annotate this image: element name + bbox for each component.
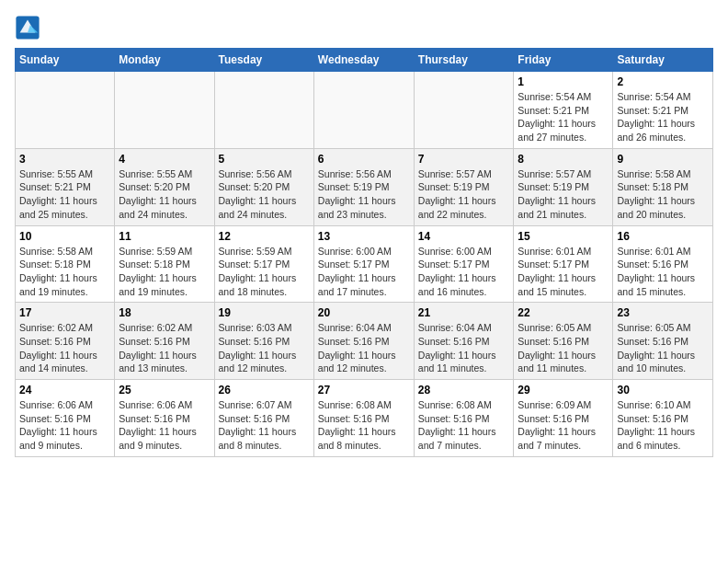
day-header-monday: Monday [115, 49, 214, 72]
day-number: 27 [318, 384, 410, 396]
page-header [15, 15, 713, 40]
calendar-cell: 2Sunrise: 5:54 AM Sunset: 5:21 PM Daylig… [613, 72, 713, 149]
logo [15, 15, 44, 40]
day-info: Sunrise: 5:58 AM Sunset: 5:18 PM Dayligh… [19, 245, 110, 299]
calendar-cell: 15Sunrise: 6:01 AM Sunset: 5:17 PM Dayli… [514, 225, 613, 303]
day-info: Sunrise: 6:08 AM Sunset: 5:16 PM Dayligh… [418, 398, 510, 453]
calendar-week-1: 1Sunrise: 5:54 AM Sunset: 5:21 PM Daylig… [16, 72, 713, 149]
day-info: Sunrise: 5:59 AM Sunset: 5:17 PM Dayligh… [219, 245, 310, 299]
day-number: 19 [219, 306, 310, 319]
day-info: Sunrise: 5:54 AM Sunset: 5:21 PM Dayligh… [518, 90, 609, 144]
day-number: 3 [19, 153, 110, 166]
calendar-cell: 7Sunrise: 5:57 AM Sunset: 5:19 PM Daylig… [414, 148, 514, 225]
day-info: Sunrise: 6:05 AM Sunset: 5:16 PM Dayligh… [617, 321, 709, 375]
calendar-cell: 28Sunrise: 6:08 AM Sunset: 5:16 PM Dayli… [414, 380, 514, 457]
calendar-cell: 24Sunrise: 6:06 AM Sunset: 5:16 PM Dayli… [16, 380, 115, 457]
day-info: Sunrise: 5:57 AM Sunset: 5:19 PM Dayligh… [418, 167, 510, 222]
calendar-cell: 23Sunrise: 6:05 AM Sunset: 5:16 PM Dayli… [613, 303, 713, 380]
day-info: Sunrise: 5:55 AM Sunset: 5:21 PM Dayligh… [19, 167, 110, 222]
day-number: 12 [219, 230, 310, 243]
calendar-cell: 8Sunrise: 5:57 AM Sunset: 5:19 PM Daylig… [514, 148, 613, 225]
calendar-cell: 14Sunrise: 6:00 AM Sunset: 5:17 PM Dayli… [414, 225, 514, 303]
day-number: 26 [219, 384, 310, 396]
calendar-cell: 21Sunrise: 6:04 AM Sunset: 5:16 PM Dayli… [414, 303, 514, 380]
day-info: Sunrise: 5:57 AM Sunset: 5:19 PM Dayligh… [518, 167, 609, 222]
day-number: 14 [418, 230, 510, 243]
calendar-cell: 3Sunrise: 5:55 AM Sunset: 5:21 PM Daylig… [16, 148, 115, 225]
calendar-cell: 6Sunrise: 5:56 AM Sunset: 5:19 PM Daylig… [313, 148, 414, 225]
day-header-thursday: Thursday [414, 49, 514, 72]
calendar-week-3: 10Sunrise: 5:58 AM Sunset: 5:18 PM Dayli… [16, 225, 713, 303]
calendar-cell: 4Sunrise: 5:55 AM Sunset: 5:20 PM Daylig… [115, 148, 214, 225]
day-number: 2 [617, 75, 709, 88]
calendar-week-2: 3Sunrise: 5:55 AM Sunset: 5:21 PM Daylig… [16, 148, 713, 225]
day-number: 25 [119, 384, 210, 396]
day-info: Sunrise: 6:02 AM Sunset: 5:16 PM Dayligh… [19, 321, 110, 375]
day-number: 16 [617, 230, 709, 243]
day-number: 20 [318, 306, 410, 319]
calendar-cell: 26Sunrise: 6:07 AM Sunset: 5:16 PM Dayli… [214, 380, 313, 457]
calendar-cell: 1Sunrise: 5:54 AM Sunset: 5:21 PM Daylig… [514, 72, 613, 149]
calendar-cell: 30Sunrise: 6:10 AM Sunset: 5:16 PM Dayli… [613, 380, 713, 457]
day-info: Sunrise: 6:07 AM Sunset: 5:16 PM Dayligh… [219, 398, 310, 453]
calendar-cell: 18Sunrise: 6:02 AM Sunset: 5:16 PM Dayli… [115, 303, 214, 380]
day-number: 30 [617, 384, 709, 396]
day-number: 24 [19, 384, 110, 396]
calendar-cell: 25Sunrise: 6:06 AM Sunset: 5:16 PM Dayli… [115, 380, 214, 457]
calendar-cell: 10Sunrise: 5:58 AM Sunset: 5:18 PM Dayli… [16, 225, 115, 303]
day-info: Sunrise: 5:56 AM Sunset: 5:19 PM Dayligh… [318, 167, 410, 222]
day-number: 23 [617, 306, 709, 319]
calendar-week-4: 17Sunrise: 6:02 AM Sunset: 5:16 PM Dayli… [16, 303, 713, 380]
day-info: Sunrise: 6:10 AM Sunset: 5:16 PM Dayligh… [617, 398, 709, 453]
calendar-cell: 19Sunrise: 6:03 AM Sunset: 5:16 PM Dayli… [214, 303, 313, 380]
calendar-cell [313, 72, 414, 149]
day-info: Sunrise: 6:08 AM Sunset: 5:16 PM Dayligh… [318, 398, 410, 453]
day-info: Sunrise: 5:58 AM Sunset: 5:18 PM Dayligh… [617, 167, 709, 222]
day-number: 6 [318, 153, 410, 166]
day-number: 8 [518, 153, 609, 166]
day-info: Sunrise: 6:06 AM Sunset: 5:16 PM Dayligh… [19, 398, 110, 453]
day-number: 17 [19, 306, 110, 319]
day-header-wednesday: Wednesday [313, 49, 414, 72]
day-number: 1 [518, 75, 609, 88]
day-info: Sunrise: 6:03 AM Sunset: 5:16 PM Dayligh… [219, 321, 310, 375]
day-number: 5 [219, 153, 310, 166]
calendar-week-5: 24Sunrise: 6:06 AM Sunset: 5:16 PM Dayli… [16, 380, 713, 457]
day-number: 4 [119, 153, 210, 166]
day-header-sunday: Sunday [16, 49, 115, 72]
day-number: 15 [518, 230, 609, 243]
day-header-tuesday: Tuesday [214, 49, 313, 72]
day-number: 13 [318, 230, 410, 243]
calendar-cell: 5Sunrise: 5:56 AM Sunset: 5:20 PM Daylig… [214, 148, 313, 225]
day-info: Sunrise: 5:54 AM Sunset: 5:21 PM Dayligh… [617, 90, 709, 144]
day-info: Sunrise: 6:06 AM Sunset: 5:16 PM Dayligh… [119, 398, 210, 453]
calendar-cell: 9Sunrise: 5:58 AM Sunset: 5:18 PM Daylig… [613, 148, 713, 225]
day-number: 7 [418, 153, 510, 166]
logo-icon [15, 15, 40, 40]
day-info: Sunrise: 6:05 AM Sunset: 5:16 PM Dayligh… [518, 321, 609, 375]
day-number: 28 [418, 384, 510, 396]
day-header-saturday: Saturday [613, 49, 713, 72]
day-number: 22 [518, 306, 609, 319]
calendar-cell: 17Sunrise: 6:02 AM Sunset: 5:16 PM Dayli… [16, 303, 115, 380]
calendar-cell: 16Sunrise: 6:01 AM Sunset: 5:16 PM Dayli… [613, 225, 713, 303]
calendar-cell [115, 72, 214, 149]
day-info: Sunrise: 6:01 AM Sunset: 5:16 PM Dayligh… [617, 245, 709, 299]
day-number: 29 [518, 384, 609, 396]
calendar-cell [414, 72, 514, 149]
day-number: 11 [119, 230, 210, 243]
day-number: 18 [119, 306, 210, 319]
calendar-cell: 29Sunrise: 6:09 AM Sunset: 5:16 PM Dayli… [514, 380, 613, 457]
day-info: Sunrise: 5:55 AM Sunset: 5:20 PM Dayligh… [119, 167, 210, 222]
calendar-cell: 22Sunrise: 6:05 AM Sunset: 5:16 PM Dayli… [514, 303, 613, 380]
day-info: Sunrise: 6:04 AM Sunset: 5:16 PM Dayligh… [418, 321, 510, 375]
day-info: Sunrise: 5:56 AM Sunset: 5:20 PM Dayligh… [219, 167, 310, 222]
calendar-table: SundayMondayTuesdayWednesdayThursdayFrid… [15, 48, 713, 457]
day-info: Sunrise: 6:00 AM Sunset: 5:17 PM Dayligh… [318, 245, 410, 299]
day-number: 10 [19, 230, 110, 243]
day-info: Sunrise: 6:00 AM Sunset: 5:17 PM Dayligh… [418, 245, 510, 299]
day-info: Sunrise: 6:02 AM Sunset: 5:16 PM Dayligh… [119, 321, 210, 375]
day-header-friday: Friday [514, 49, 613, 72]
calendar-cell: 27Sunrise: 6:08 AM Sunset: 5:16 PM Dayli… [313, 380, 414, 457]
calendar-header-row: SundayMondayTuesdayWednesdayThursdayFrid… [16, 49, 713, 72]
